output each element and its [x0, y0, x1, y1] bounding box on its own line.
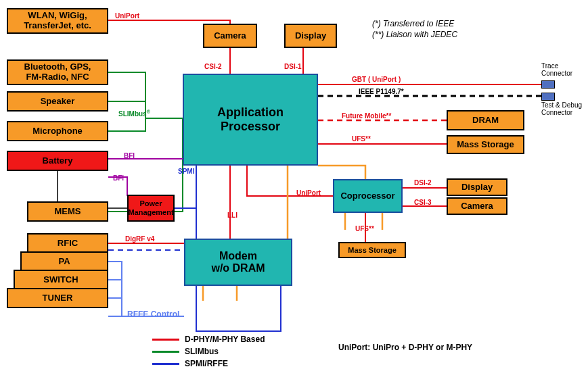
block-battery: Battery: [7, 151, 108, 171]
label-dsi2: DSI-2: [414, 179, 432, 187]
note-jedec: (**) Liaison with JEDEC: [372, 30, 457, 39]
label-debug-connector: Test & DebugConnector: [541, 101, 582, 116]
label-gbt: GBT ( UniPort ): [352, 76, 401, 83]
label-digrf: DigRF v4: [125, 235, 154, 243]
label-lli: LLI: [227, 212, 238, 219]
block-power-mgmt: PowerManagement: [127, 195, 175, 222]
label-rffe: RFFE Control: [127, 310, 179, 319]
label-bfi1: BFI: [124, 152, 135, 159]
label-slimbus: SLIMbus®: [118, 109, 150, 118]
legend-slimbus: SLIMbus: [152, 347, 219, 356]
block-mass-storage2: Mass Storage: [338, 242, 406, 258]
legend-spmi: SPMI/RFFE: [152, 359, 228, 368]
block-bluetooth: Bluetooth, GPS,FM-Radio, NFC: [7, 59, 108, 85]
label-bfi2: BFI: [113, 174, 124, 182]
label-uniport2: UniPort: [296, 189, 321, 197]
block-rfic: RFIC: [27, 233, 108, 253]
label-spmi: SPMI: [178, 168, 194, 175]
label-uniport: UniPort: [115, 12, 139, 20]
label-ufs1: UFS**: [352, 135, 371, 143]
legend-uniport: UniPort: UniPro + D-PHY or M-PHY: [338, 343, 472, 352]
trace-connector-icon: [541, 80, 555, 89]
legend-dphy: D-PHY/M-PHY Based: [152, 335, 265, 344]
note-ieee: (*) Transferred to IEEE: [372, 19, 454, 28]
block-coprocessor: Coprocessor: [333, 179, 403, 213]
block-microphone: Microphone: [7, 121, 108, 141]
block-modem: Modemw/o DRAM: [184, 239, 292, 286]
block-switch: SWITCH: [14, 270, 108, 290]
block-camera: Camera: [203, 24, 257, 48]
diagram-canvas: (*) Transferred to IEEE (**) Liaison wit…: [0, 0, 588, 369]
debug-connector-icon: [541, 93, 555, 101]
label-csi2: CSI-2: [204, 63, 222, 70]
block-display: Display: [284, 24, 337, 48]
label-ufs2: UFS**: [355, 225, 374, 232]
label-ieee: IEEE P1149.7*: [359, 88, 404, 95]
block-mass-storage: Mass Storage: [447, 135, 524, 154]
label-future-mobile: Future Mobile**: [342, 112, 391, 120]
label-dsi1: DSI-1: [284, 63, 302, 70]
block-speaker: Speaker: [7, 91, 108, 112]
block-tuner: TUNER: [7, 288, 108, 308]
block-camera2: Camera: [447, 197, 507, 215]
block-wlan: WLAN, WiGig,TransferJet, etc.: [7, 8, 108, 34]
block-dram: DRAM: [447, 110, 524, 130]
block-mems: MEMS: [27, 201, 108, 222]
block-pa: PA: [20, 251, 108, 272]
label-trace-connector: TraceConnector: [541, 62, 572, 77]
block-display2: Display: [447, 178, 507, 196]
label-csi3: CSI-3: [414, 199, 432, 206]
block-app-processor: ApplicationProcessor: [183, 74, 318, 166]
